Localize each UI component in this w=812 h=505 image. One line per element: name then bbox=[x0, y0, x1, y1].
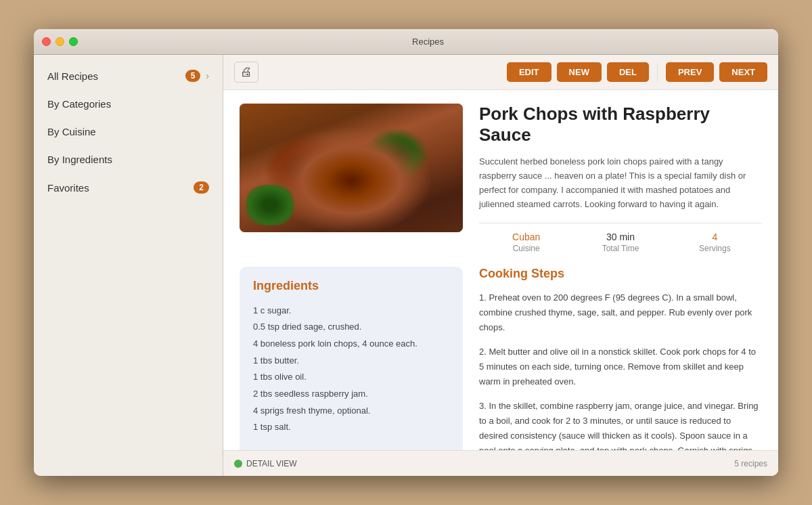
ingredients-box: Ingredients 1 c sugar.0.5 tsp dried sage… bbox=[240, 267, 463, 450]
ingredient-item: 1 tbs butter. bbox=[253, 353, 449, 370]
servings-value: 4 bbox=[668, 232, 762, 242]
edit-button[interactable]: EDIT bbox=[507, 62, 551, 82]
detail-view-dot-icon bbox=[234, 460, 242, 468]
cuisine-label: Cuisine bbox=[479, 244, 573, 253]
del-button[interactable]: DEL bbox=[607, 62, 649, 82]
sidebar-item-label: By Categories bbox=[47, 98, 209, 110]
titlebar: Recipes bbox=[34, 29, 778, 55]
toolbar-divider bbox=[657, 63, 658, 82]
cuisine-meta: Cuban Cuisine bbox=[479, 232, 573, 253]
ingredient-item: 4 sprigs fresh thyme, optional. bbox=[253, 403, 449, 420]
recipe-count: 5 recipes bbox=[734, 459, 767, 468]
ingredient-item: 1 tbs olive oil. bbox=[253, 369, 449, 386]
sidebar-item-by-cuisine[interactable]: By Cuisine bbox=[34, 118, 223, 146]
meta-divider bbox=[479, 223, 762, 223]
all-recipes-badge: 5 bbox=[185, 70, 201, 82]
sidebar-item-by-categories[interactable]: By Categories bbox=[34, 90, 223, 118]
app-window: Recipes All Recipes 5 › By Categories By… bbox=[34, 29, 778, 476]
recipe-meta: Cuban Cuisine 30 min Total Time 4 Servin… bbox=[479, 232, 762, 253]
maximize-button[interactable] bbox=[69, 37, 78, 46]
sidebar: All Recipes 5 › By Categories By Cuisine… bbox=[34, 55, 223, 476]
ingredients-list: 1 c sugar.0.5 tsp dried sage, crushed.4 … bbox=[253, 303, 449, 437]
ingredient-item: 2 tbs seedless raspberry jam. bbox=[253, 386, 449, 403]
time-value: 30 min bbox=[573, 232, 667, 242]
ingredients-title: Ingredients bbox=[253, 279, 449, 293]
main-layout: All Recipes 5 › By Categories By Cuisine… bbox=[34, 55, 778, 476]
ingredient-item: 0.5 tsp dried sage, crushed. bbox=[253, 319, 449, 336]
step-paragraph: 3. In the skillet, combine raspberry jam… bbox=[479, 399, 762, 450]
new-button[interactable]: NEW bbox=[557, 62, 602, 82]
ingredient-item: 1 tsp salt. bbox=[253, 419, 449, 436]
ingredient-item: 1 c sugar. bbox=[253, 303, 449, 320]
chevron-right-icon: › bbox=[206, 70, 209, 81]
steps-title: Cooking Steps bbox=[479, 267, 762, 281]
print-button[interactable]: 🖨 bbox=[234, 62, 258, 83]
step-paragraph: 2. Melt butter and olive oil in a nonsti… bbox=[479, 345, 762, 389]
traffic-lights bbox=[42, 37, 78, 46]
detail-view-button[interactable]: DETAIL VIEW bbox=[234, 459, 297, 468]
step-paragraph: 1. Preheat oven to 200 degrees F (95 deg… bbox=[479, 290, 762, 335]
steps-area: Cooking Steps 1. Preheat oven to 200 deg… bbox=[479, 267, 762, 450]
servings-meta: 4 Servings bbox=[668, 232, 762, 253]
recipe-image bbox=[240, 104, 463, 232]
recipe-title: Pork Chops with Raspberry Sauce bbox=[479, 104, 762, 146]
printer-icon: 🖨 bbox=[240, 65, 252, 79]
sidebar-item-label: By Cuisine bbox=[47, 126, 209, 137]
window-title: Recipes bbox=[86, 37, 770, 47]
content-area: 🖨 EDIT NEW DEL PREV NEXT Pork Chops with… bbox=[223, 55, 778, 476]
sidebar-item-label: All Recipes bbox=[47, 70, 185, 82]
recipe-description: Succulent herbed boneless pork loin chop… bbox=[479, 155, 762, 211]
sidebar-item-by-ingredients[interactable]: By Ingredients bbox=[34, 146, 223, 173]
footer: DETAIL VIEW 5 recipes bbox=[223, 450, 778, 476]
detail-view-label: DETAIL VIEW bbox=[246, 459, 297, 468]
toolbar: 🖨 EDIT NEW DEL PREV NEXT bbox=[223, 55, 778, 90]
time-meta: 30 min Total Time bbox=[573, 232, 667, 253]
recipe-header: Pork Chops with Raspberry Sauce Succulen… bbox=[240, 104, 762, 253]
next-button[interactable]: NEXT bbox=[719, 62, 767, 82]
time-label: Total Time bbox=[573, 244, 667, 253]
sidebar-item-favorites[interactable]: Favorites 2 bbox=[34, 173, 223, 202]
prev-button[interactable]: PREV bbox=[666, 62, 714, 82]
close-button[interactable] bbox=[42, 37, 51, 46]
recipe-area: Pork Chops with Raspberry Sauce Succulen… bbox=[223, 90, 778, 450]
recipe-image-visual bbox=[240, 104, 463, 232]
cuisine-value: Cuban bbox=[479, 232, 573, 242]
sidebar-item-label: By Ingredients bbox=[47, 154, 209, 165]
minimize-button[interactable] bbox=[55, 37, 64, 46]
steps-content: 1. Preheat oven to 200 degrees F (95 deg… bbox=[479, 290, 762, 450]
servings-label: Servings bbox=[668, 244, 762, 253]
recipe-body: Ingredients 1 c sugar.0.5 tsp dried sage… bbox=[240, 267, 762, 450]
sidebar-item-label: Favorites bbox=[47, 182, 194, 194]
recipe-text: Pork Chops with Raspberry Sauce Succulen… bbox=[479, 104, 762, 253]
sidebar-item-all-recipes[interactable]: All Recipes 5 › bbox=[34, 62, 223, 90]
favorites-badge: 2 bbox=[194, 181, 209, 194]
ingredient-item: 4 boneless pork loin chops, 4 ounce each… bbox=[253, 336, 449, 353]
